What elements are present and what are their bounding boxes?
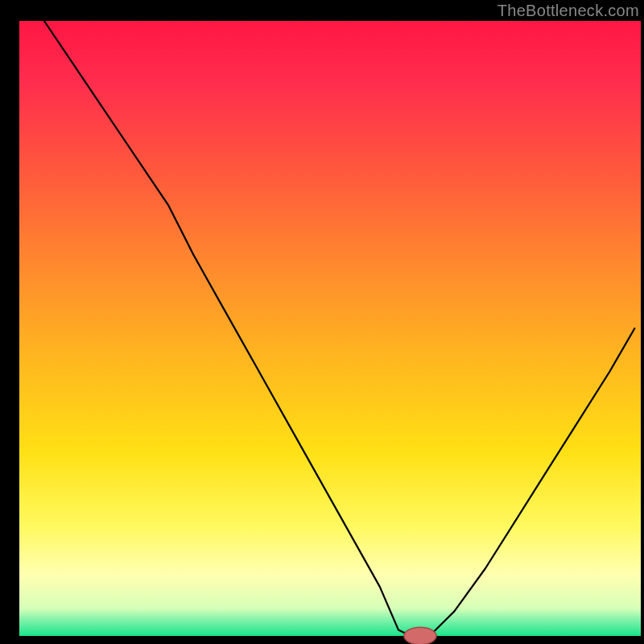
plot-background xyxy=(19,21,641,636)
watermark-text: TheBottleneck.com xyxy=(497,2,639,20)
chart-container: TheBottleneck.com xyxy=(0,0,644,644)
optimal-point-marker xyxy=(404,627,436,644)
bottleneck-chart xyxy=(0,0,644,644)
